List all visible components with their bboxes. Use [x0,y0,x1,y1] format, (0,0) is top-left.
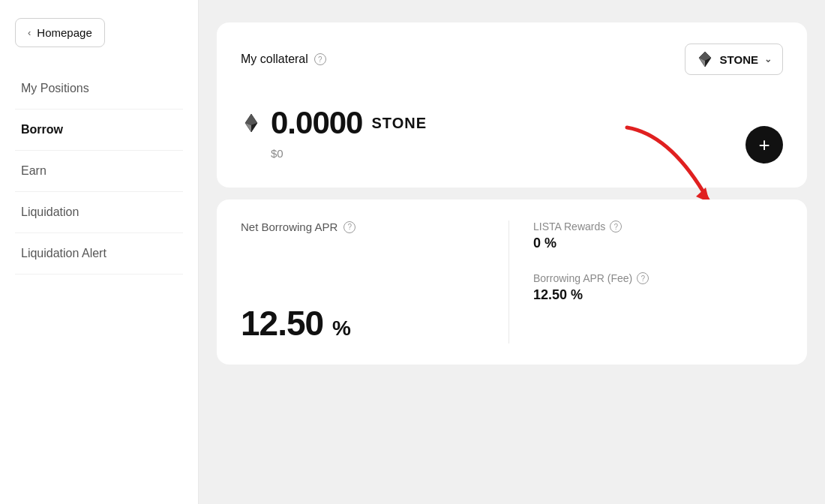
stone-token-icon [696,50,714,68]
collateral-title-text: My collateral [241,52,308,66]
collateral-amount-token: STONE [371,115,427,132]
net-apr-label-text: Net Borrowing APR [241,220,338,233]
borrowing-fee-label-text: Borrowing APR (Fee) [533,272,632,284]
token-selector[interactable]: STONE ⌄ [685,44,783,75]
svg-marker-5 [245,114,257,125]
eth-icon [241,112,262,134]
borrowing-details-section: LISTA Rewards ? 0 % Borrowing APR (Fee) … [509,220,783,344]
homepage-button[interactable]: ‹ Homepage [15,18,105,47]
chevron-left-icon: ‹ [28,27,31,38]
sidebar: ‹ Homepage My Positions Borrow Earn Liqu… [0,0,199,504]
token-name: STONE [720,53,758,66]
add-collateral-button[interactable]: + [746,126,783,164]
net-apr-label-row: Net Borrowing APR ? [241,220,490,233]
collateral-amount-value: 0.0000 [271,105,362,141]
homepage-label: Homepage [37,26,92,39]
borrowing-fee-info-icon[interactable]: ? [637,272,649,284]
lista-rewards-value: 0 % [533,236,783,251]
collateral-title: My collateral ? [241,52,326,66]
collateral-header: My collateral ? STONE ⌄ [241,44,783,75]
borrowing-fee-label-row: Borrowing APR (Fee) ? [533,272,783,284]
sidebar-item-borrow[interactable]: Borrow [15,110,183,151]
borrowing-apr-card: Net Borrowing APR ? 12.50 % LISTA Reward… [217,200,807,364]
sidebar-item-my-positions[interactable]: My Positions [15,68,183,110]
main-content: My collateral ? STONE ⌄ [199,0,825,504]
borrowing-fee-section: Borrowing APR (Fee) ? 12.50 % [533,272,783,303]
lista-rewards-info-icon[interactable]: ? [610,220,622,232]
sidebar-nav: My Positions Borrow Earn Liquidation Liq… [15,68,183,274]
borrowing-fee-value: 12.50 % [533,287,783,303]
lista-rewards-label-row: LISTA Rewards ? [533,220,783,232]
collateral-info-icon[interactable]: ? [314,53,326,65]
sidebar-item-liquidation-alert[interactable]: Liquidation Alert [15,233,183,274]
token-selector-chevron-icon: ⌄ [764,54,772,64]
lista-rewards-section: LISTA Rewards ? 0 % [533,220,783,251]
net-apr-value: 12.50 % [241,303,490,344]
net-apr-info-icon[interactable]: ? [344,221,356,233]
sidebar-item-liquidation[interactable]: Liquidation [15,192,183,233]
sidebar-item-earn[interactable]: Earn [15,151,183,192]
net-borrowing-apr-section: Net Borrowing APR ? 12.50 % [241,220,509,344]
lista-rewards-label-text: LISTA Rewards [533,220,605,232]
collateral-card: My collateral ? STONE ⌄ [217,22,807,188]
